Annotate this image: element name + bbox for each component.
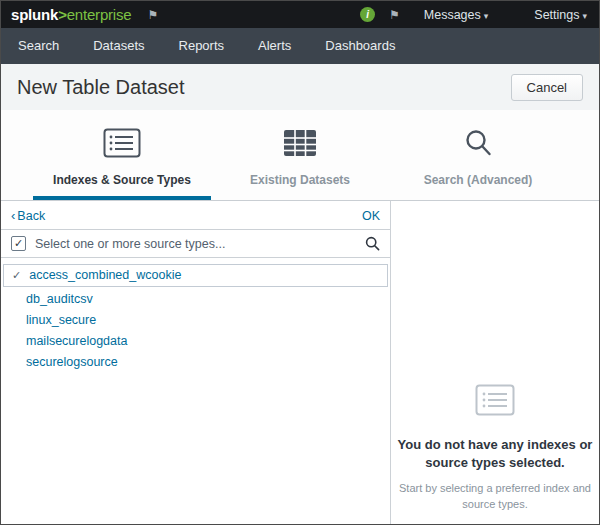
select-all-checkbox[interactable]: ✓	[11, 236, 26, 251]
logo-gt: >	[58, 6, 67, 23]
empty-state-subtitle: Start by selecting a preferred index and…	[391, 481, 599, 513]
splunk-logo[interactable]: splunk>enterprise	[11, 6, 131, 23]
app-navbar: Search Datasets Reports Alerts Dashboard…	[1, 28, 599, 64]
page-header: New Table Dataset Cancel	[1, 64, 599, 110]
list-item[interactable]: db_auditcsv	[1, 289, 390, 310]
settings-label: Settings	[534, 8, 579, 22]
selection-summary-panel: You do not have any indexes or source ty…	[391, 201, 599, 524]
tab-label: Existing Datasets	[250, 173, 350, 196]
tab-indexes-source-types[interactable]: Indexes & Source Types	[33, 126, 211, 200]
flag-icon[interactable]: ⚑	[147, 8, 158, 22]
tab-existing-datasets[interactable]: Existing Datasets	[211, 126, 389, 200]
ok-link[interactable]: OK	[362, 209, 380, 223]
list-item[interactable]: linux_secure	[1, 310, 390, 331]
list-item[interactable]: ✓ access_combined_wcookie	[3, 264, 388, 287]
list-item[interactable]: securelogsource	[1, 352, 390, 373]
messages-menu[interactable]: Messages▾	[424, 8, 489, 22]
empty-list-icon	[475, 384, 515, 420]
table-icon	[283, 126, 317, 160]
topbar: splunk>enterprise ⚑ i ⚑ Messages▾ Settin…	[1, 1, 599, 28]
main-content: ‹Back OK ✓ Select one or more source typ…	[1, 201, 599, 524]
search-icon[interactable]	[365, 236, 380, 251]
empty-state-title: You do not have any indexes or source ty…	[381, 436, 600, 471]
flag-icon[interactable]: ⚑	[389, 8, 400, 22]
chevron-left-icon: ‹	[11, 208, 15, 223]
tab-label: Search (Advanced)	[424, 173, 533, 196]
back-label: Back	[17, 209, 45, 223]
nav-item-search[interactable]: Search	[1, 28, 76, 64]
tab-label: Indexes & Source Types	[53, 173, 191, 196]
dataset-tabs: Indexes & Source Types Existing Datasets	[1, 110, 599, 201]
info-icon[interactable]: i	[360, 7, 375, 22]
nav-item-alerts[interactable]: Alerts	[241, 28, 308, 64]
panel-toolbar: ‹Back OK	[1, 201, 390, 229]
splunk-window: splunk>enterprise ⚑ i ⚑ Messages▾ Settin…	[0, 0, 600, 525]
back-link[interactable]: ‹Back	[11, 208, 45, 223]
nav-item-dashboards[interactable]: Dashboards	[308, 28, 412, 64]
source-type-label: access_combined_wcookie	[29, 268, 181, 283]
list-icon	[103, 126, 141, 160]
logo-brand: splunk	[11, 6, 58, 23]
chevron-down-icon: ▾	[484, 11, 489, 21]
logo-product: enterprise	[67, 6, 132, 23]
source-type-list: ✓ access_combined_wcookie db_auditcsv li…	[1, 258, 390, 379]
check-icon: ✓	[12, 270, 21, 281]
settings-menu[interactable]: Settings▾	[534, 8, 587, 22]
cancel-button[interactable]: Cancel	[511, 74, 583, 101]
search-icon	[463, 126, 493, 160]
chevron-down-icon: ▾	[582, 11, 587, 21]
tab-search-advanced[interactable]: Search (Advanced)	[389, 126, 567, 200]
list-item[interactable]: mailsecurelogdata	[1, 331, 390, 352]
messages-label: Messages	[424, 8, 481, 22]
topbar-right: i ⚑ Messages▾ Settings▾	[360, 7, 587, 22]
nav-item-reports[interactable]: Reports	[162, 28, 242, 64]
source-type-panel: ‹Back OK ✓ Select one or more source typ…	[1, 201, 391, 524]
filter-placeholder: Select one or more source types...	[35, 237, 365, 251]
page-title: New Table Dataset	[17, 76, 185, 99]
nav-item-datasets[interactable]: Datasets	[76, 28, 161, 64]
source-type-filter[interactable]: ✓ Select one or more source types...	[1, 229, 390, 258]
